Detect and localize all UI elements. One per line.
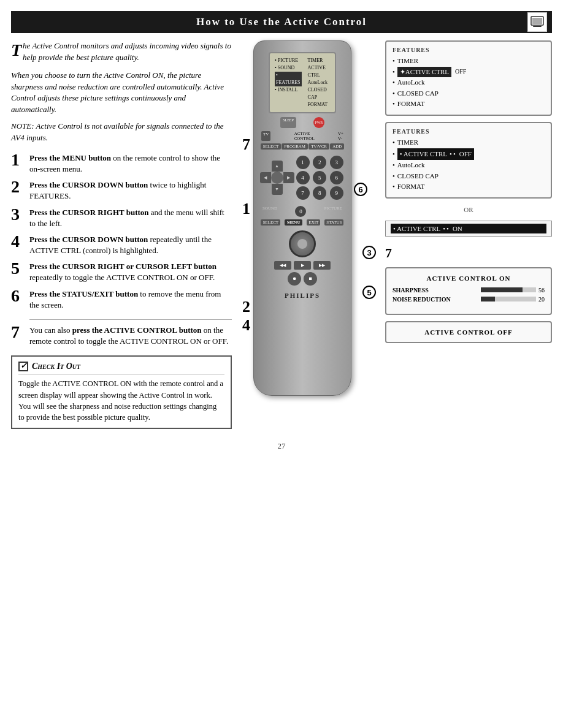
remote-num-2[interactable]: 2 [313, 156, 326, 169]
remote-rec-btn[interactable]: ⏺ [288, 272, 301, 286]
fp2-title: FEATURES [393, 128, 545, 135]
remote-program-btn[interactable]: PROGRAM [282, 143, 308, 150]
fp2-active-ctrl-label: • ACTIVE CTRL [400, 149, 447, 160]
sharpness-value: 56 [538, 287, 545, 294]
step-2-number: 2 [11, 178, 25, 195]
fp1-list: TIMER ✦ACTIVE CTRL OFF AutoLock CLOSED C… [393, 56, 545, 110]
remote-ff-btn[interactable]: ▶▶ [313, 261, 331, 270]
step-4-text: Press the CURSOR DOWN button repeatedly … [29, 234, 232, 256]
remote-num-8[interactable]: 8 [313, 186, 326, 200]
off-panel-title: ACTIVE CONTROL OFF [393, 328, 545, 336]
noise-row: NOISE REDUCTION 20 [393, 296, 545, 303]
fp2-item-active-ctrl: • ACTIVE CTRL •• OFF [393, 148, 545, 161]
fp2-item-closed-cap: CLOSED CAP [393, 171, 545, 182]
svg-rect-1 [533, 26, 542, 27]
fp2-dots: •• [450, 149, 457, 160]
remote-add-btn[interactable]: ADD [330, 143, 344, 150]
remote-mid-buttons-1: SELECT PROGRAM TV/VCR ADD [254, 142, 351, 151]
feature-panel-1: FEATURES TIMER ✦ACTIVE CTRL OFF AutoLock… [385, 40, 552, 116]
remote-tv-vcr-btn[interactable]: TV/VCR [308, 143, 329, 150]
remote-power-btn[interactable]: PWR [313, 117, 324, 128]
fp1-off-value: OFF [455, 67, 466, 77]
noise-value: 20 [538, 296, 545, 303]
menu-sound: • SOUND [275, 64, 302, 72]
remote-menu-btn[interactable]: MENU [285, 219, 302, 226]
remote-num-6[interactable]: 6 [330, 171, 343, 184]
noise-bar [481, 297, 536, 301]
remote-num-5[interactable]: 5 [313, 171, 326, 184]
check-it-out-title-row: Check It Out [18, 362, 224, 374]
active-ctrl-label: • ACTIVE CTRL [393, 225, 440, 232]
remote-play-btn[interactable]: ▶ [294, 261, 311, 270]
remote-menu-row: SELECT MENU EXIT STATUS [254, 218, 351, 227]
fp2-selected-row: • ACTIVE CTRL •• OFF [397, 148, 474, 161]
remote-num-9[interactable]: 9 [330, 186, 343, 200]
noise-bar-fill [481, 297, 495, 301]
remote-rew-btn[interactable]: ◀◀ [274, 261, 291, 270]
remote-select-btn[interactable]: SELECT [261, 143, 282, 150]
remote-tv-vcr-row: TV ACTIVECONTROL V+V- [254, 130, 351, 142]
header-icon [527, 12, 547, 32]
remote-sound-label: SOUND [262, 206, 277, 217]
active-ctrl-on-val: ON [453, 225, 462, 232]
active-ctrl-dots: •• [443, 225, 450, 232]
menu-features: • FEATURES [275, 72, 302, 86]
menu-install: • INSTALL [275, 86, 302, 94]
remote-transport-row1: ◀◀ ▶ ▶▶ [254, 261, 351, 270]
noise-bar-container: 20 [481, 296, 545, 303]
on-panel: ACTIVE CONTROL ON SHARPNESS 56 NOISE RED… [385, 267, 552, 315]
fp1-item-format: FORMAT [393, 99, 545, 110]
remote-active-ctrl-label: ACTIVECONTROL [294, 131, 315, 141]
tv-icon [530, 16, 544, 28]
fp1-item-closed-cap: CLOSED CAP [393, 88, 545, 99]
remote-num-4[interactable]: 4 [296, 171, 310, 184]
check-it-out-title-text: Check It Out [32, 362, 80, 371]
remote-num-1[interactable]: 1 [296, 156, 310, 169]
remote-brand: PHILIPS [254, 292, 351, 299]
fp1-item-timer: TIMER [393, 56, 545, 67]
remote-step-7-label: 7 [242, 135, 250, 154]
remote-joystick-center [297, 239, 307, 249]
remote-dpad-up[interactable]: ▲ [272, 161, 283, 172]
remote-num-3[interactable]: 3 [330, 156, 343, 169]
remote-num-0[interactable]: 0 [295, 206, 306, 217]
step-5-rest: repeatedly to toggle the ACTIVE CONTROL … [29, 273, 215, 282]
remote-status-btn[interactable]: STATUS [324, 219, 343, 226]
step-6-number: 6 [11, 287, 25, 305]
remote-tv-btn[interactable]: TV [261, 131, 270, 141]
steps-list: 1 Press the MENU button on the remote co… [11, 153, 232, 311]
remote-body: • PICTURE • SOUND • FEATURES • INSTALL T… [253, 40, 351, 396]
check-it-out-body: Toggle the ACTIVE CONTROL ON with the re… [18, 378, 224, 423]
step-5-number: 5 [11, 260, 25, 277]
remote-dpad-right[interactable]: ▶ [283, 172, 294, 183]
remote-joystick-area [254, 230, 351, 257]
intro-paragraph-2: When you choose to turn the Active Contr… [11, 70, 232, 116]
page-header: How to Use the Active Control [11, 11, 552, 33]
remote-numpad: 1 2 3 4 5 6 7 8 9 [296, 156, 345, 200]
sharpness-label: SHARPNESS [393, 287, 429, 294]
remote-step-6-circle: 6 [354, 183, 367, 196]
remote-dpad-nums: ▲ ▼ ◀ ▶ 1 2 3 4 5 6 7 8 [259, 153, 346, 202]
step-3: 3 Press the CURSOR RIGHT button and the … [11, 207, 232, 229]
step-7-number: 7 [11, 324, 25, 341]
on-panel-title: ACTIVE CONTROL ON [393, 275, 545, 282]
remote-dpad-down[interactable]: ▼ [272, 184, 283, 195]
fp1-title: FEATURES [393, 47, 545, 53]
remote-exit-btn[interactable]: EXIT [307, 219, 320, 226]
menu-right-col: TIMER ACTIVE CTRL AutoLock CLOSED CAP FO… [308, 57, 330, 108]
center-column: 7 1 2 4 6 3 5 • PICTURE • SOUND • FEATUR… [238, 40, 379, 429]
remote-dpad-center [271, 172, 283, 184]
menu-active-ctrl: ACTIVE CTRL [308, 64, 330, 79]
fp2-item-autolock: AutoLock [393, 160, 545, 171]
remote-stop-btn[interactable]: ⏹ [304, 272, 317, 286]
fp2-list: TIMER • ACTIVE CTRL •• OFF AutoLock CLOS… [393, 137, 545, 192]
intro-paragraph-1: The Active Control monitors and adjusts … [11, 40, 232, 64]
remote-sleep-btn[interactable]: SLEEP [280, 117, 296, 128]
step-1: 1 Press the MENU button on the remote co… [11, 153, 232, 175]
remote-step-4-label: 4 [242, 316, 250, 335]
remote-select-btn2[interactable]: SELECT [261, 219, 280, 226]
active-ctrl-on-display: • ACTIVE CTRL •• ON [391, 224, 546, 233]
remote-dpad-left[interactable]: ◀ [260, 172, 271, 183]
remote-num-7[interactable]: 7 [296, 186, 310, 200]
remote-joystick[interactable] [289, 230, 316, 257]
